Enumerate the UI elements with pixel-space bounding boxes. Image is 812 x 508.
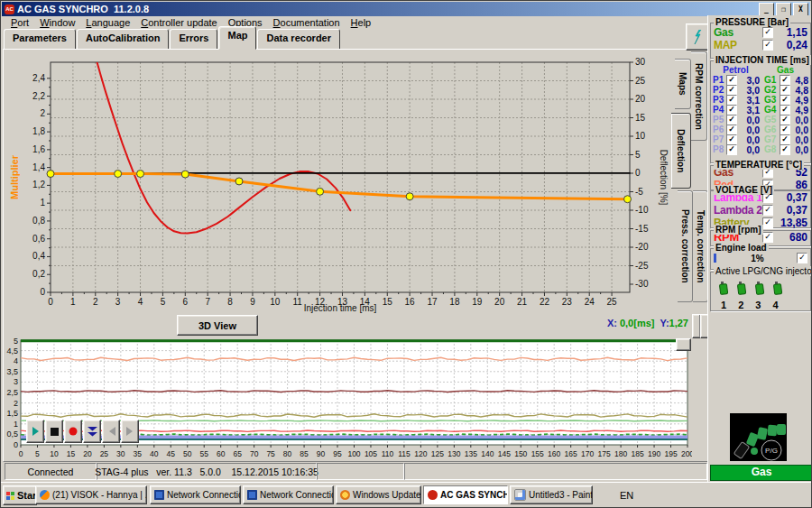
svg-text:3: 3 [115,297,121,307]
side-tab-rpm-correction[interactable]: RPM correction [691,51,707,141]
voltage-title: VOLTAGE [V] [714,185,774,195]
menu-window[interactable]: Window [34,17,80,28]
engine-load-checkbox[interactable] [797,253,807,263]
rpm-checkbox[interactable] [762,232,773,243]
battery-checkbox[interactable] [762,217,773,228]
menu-documentation[interactable]: Documentation [268,17,346,28]
svg-text:0: 0 [14,440,18,449]
map-row: MAP0,24 [711,39,810,51]
svg-text:20: 20 [83,449,92,458]
window-controls: _ ❐ X [759,3,810,16]
svg-text:25: 25 [635,76,646,86]
side-tab-maps[interactable]: Maps [675,59,691,109]
svg-text:2,2: 2,2 [32,91,45,101]
menu-language[interactable]: Language [80,17,135,28]
titlebar: AC AC GAS SYNCHRO 11.2.0.8 _ ❐ X [2,2,810,16]
tab-errors[interactable]: Errors [170,29,217,50]
svg-text:110: 110 [382,449,394,458]
gas-value: 1,15 [773,26,807,39]
svg-text:0: 0 [19,449,23,458]
taskbar-button-untitled3-paint[interactable]: Untitled3 - Paint [510,485,593,504]
browser-icon [40,490,50,500]
minimize-button[interactable]: _ [759,3,774,16]
restore-button[interactable]: ❐ [776,3,791,16]
svg-text:-30: -30 [635,279,649,289]
injector-number: 3 [755,300,761,310]
svg-text:0: 0 [48,297,53,307]
gas-checkbox[interactable] [762,27,773,38]
taskbar-button-network-connections[interactable]: Network Connections [243,485,334,504]
g8-checkbox[interactable] [780,144,790,155]
pressure-title: PRESSURE [Bar] [714,17,790,27]
language-indicator[interactable]: EN [620,490,633,501]
load-button[interactable] [83,420,101,443]
device-info: STAG-4 plus ver. 11.3 5.0.0 15.12.2015 1… [97,463,317,480]
svg-text:150: 150 [514,449,527,458]
recorder-scroll-box[interactable] [676,338,691,351]
side-tab-press-correction[interactable]: Press. correction [678,190,693,302]
stop-button[interactable] [45,420,63,443]
side-tab-temp-correction[interactable]: Temp. correction [693,190,708,302]
taskbar-button-ac-gas-synchro[interactable]: AC GAS SYNCHRO [423,485,508,504]
taskbar-button-network-connections[interactable]: Network Connections [150,485,241,504]
svg-text:-15: -15 [635,224,649,234]
map-checkbox[interactable] [762,40,773,51]
readout-y-value: 1,27 [669,318,688,328]
gas-row: Gas1,15 [711,26,810,38]
menu-controller-update[interactable]: Controller update [135,17,222,28]
tab-row: ParametersAutoCalibrationErrorsMapData r… [2,28,707,50]
injector-icon [754,282,766,299]
active-injectors-title: Active LPG/CNG injectors [714,266,812,276]
svg-text:85: 85 [300,449,309,458]
svg-text:1,2: 1,2 [32,180,45,189]
rpm-title: RPM [rpm] [714,225,763,235]
taskbar-button-21-visok-hannya[interactable]: (21) VISOK - Hannya | ... [35,485,147,504]
tab-data-recorder[interactable]: Data recorder [257,29,340,50]
gas-header: Gas [761,65,810,75]
tab-autocalibration[interactable]: AutoCalibration [77,29,170,50]
step-forward-button[interactable] [121,420,139,443]
svg-text:200: 200 [681,449,692,458]
menubar: PortWindowLanguageController updateOptio… [2,16,709,28]
svg-text:25: 25 [100,449,109,458]
side-tab-deflection[interactable]: Deflection [671,113,691,189]
svg-text:140: 140 [481,449,494,458]
view-3d-button[interactable]: 3D View [177,315,258,336]
sync-button[interactable] [686,23,709,51]
fuel-mode-indicator[interactable]: Gas [710,465,812,481]
svg-text:105: 105 [364,449,377,458]
menu-help[interactable]: Help [346,17,377,28]
svg-text:135: 135 [465,449,477,458]
fuel-gauge[interactable]: P/G [730,413,787,461]
close-button[interactable]: X [793,3,808,16]
svg-text:80: 80 [283,449,292,458]
p8-checkbox[interactable] [726,144,737,155]
readout-x-value: 0,0[ms] [620,318,655,328]
svg-text:0: 0 [40,287,45,297]
tab-map[interactable]: Map [218,26,256,50]
step-back-button[interactable] [102,420,120,443]
injection-row-p6: P60,0G60,0 [711,125,810,134]
injector-number: 4 [772,300,778,310]
svg-text:120: 120 [414,449,427,458]
lambda-2-checkbox[interactable] [762,205,773,216]
tab-parameters[interactable]: Parameters [4,29,76,50]
svg-text:0,4: 0,4 [32,251,45,261]
svg-text:30: 30 [635,57,646,67]
svg-text:1,5: 1,5 [6,409,18,418]
play-button[interactable] [26,420,44,443]
svg-text:95: 95 [333,449,342,458]
svg-text:0,2: 0,2 [32,269,45,279]
svg-text:3,5: 3,5 [6,367,18,376]
svg-text:125: 125 [431,449,444,458]
menu-port[interactable]: Port [5,17,34,28]
svg-text:-5: -5 [635,187,643,197]
svg-text:5: 5 [35,449,40,458]
start-button[interactable]: Start [3,485,37,505]
record-button[interactable] [64,420,82,443]
injector-icon [718,282,730,299]
lambda-2-value: 0,37 [773,204,807,217]
taskbar-button-windows-update[interactable]: Windows Update [336,485,421,504]
multiplier-map-chart[interactable]: 0123456789101112131415161718192021222324… [5,51,673,313]
left-arrow-icon [107,427,115,436]
